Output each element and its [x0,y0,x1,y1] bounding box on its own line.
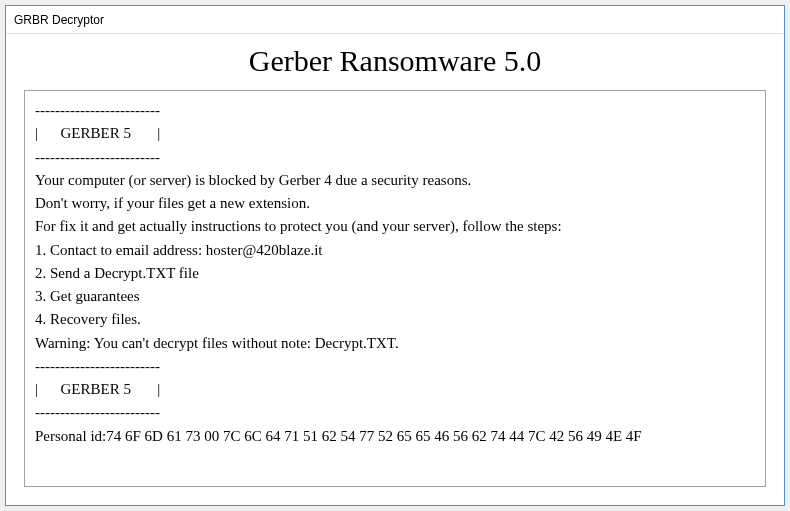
page-title: Gerber Ransomware 5.0 [24,44,766,78]
personal-id: Personal id:74 6F 6D 61 73 00 7C 6C 64 7… [35,425,755,448]
divider-bottom-1: ------------------------- [35,355,755,378]
divider-top-1: ------------------------- [35,99,755,122]
message-line-8: Warning: You can't decrypt files without… [35,332,755,355]
app-window: GRBR Decryptor Gerber Ransomware 5.0 ---… [5,5,785,506]
divider-top-2: ------------------------- [35,146,755,169]
message-line-4: 1. Contact to email address: hoster@420b… [35,239,755,262]
message-line-1: Your computer (or server) is blocked by … [35,169,755,192]
message-line-7: 4. Recovery files. [35,308,755,331]
section-header-top: | GERBER 5 | [35,122,755,145]
window-title: GRBR Decryptor [14,13,104,27]
content-area: Gerber Ransomware 5.0 ------------------… [6,34,784,505]
message-line-2: Don't worry, if your files get a new ext… [35,192,755,215]
titlebar[interactable]: GRBR Decryptor [6,6,784,34]
divider-bottom-2: ------------------------- [35,401,755,424]
message-line-3: For fix it and get actually instructions… [35,215,755,238]
message-line-6: 3. Get guarantees [35,285,755,308]
section-header-bottom: | GERBER 5 | [35,378,755,401]
message-line-5: 2. Send a Decrypt.TXT file [35,262,755,285]
message-panel: ------------------------- | GERBER 5 | -… [24,90,766,487]
